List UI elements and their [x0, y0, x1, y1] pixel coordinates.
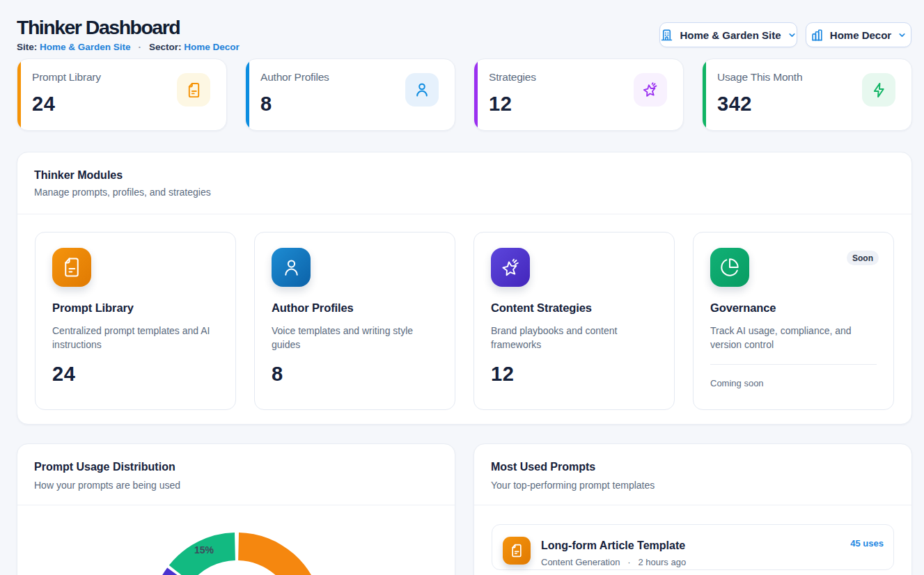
svg-text:15%: 15%: [194, 544, 214, 556]
